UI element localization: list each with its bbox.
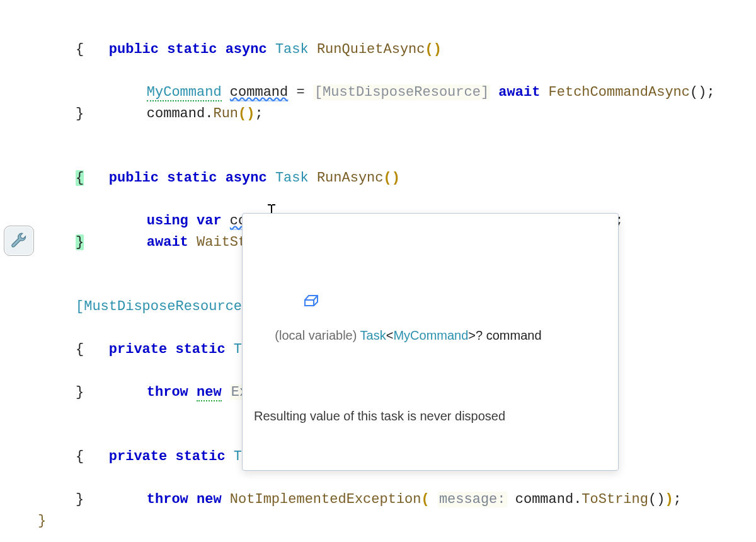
keyword-private: private bbox=[109, 342, 167, 357]
code-line[interactable]: } bbox=[76, 489, 84, 510]
keyword-new: new bbox=[197, 384, 222, 401]
open-brace-highlight: { bbox=[76, 170, 84, 186]
code-line[interactable]: } bbox=[38, 510, 46, 532]
open-brace: { bbox=[76, 42, 84, 57]
close-brace: } bbox=[76, 106, 84, 122]
code-line[interactable]: } bbox=[76, 232, 84, 253]
keyword-new: new bbox=[197, 492, 222, 507]
tooltip-type-mycommand: MyCommand bbox=[393, 328, 468, 342]
keyword-static: static bbox=[167, 42, 217, 57]
code-line[interactable]: await WaitSta bbox=[113, 210, 255, 275]
open-brace: { bbox=[76, 449, 84, 464]
method-tostring: ToString bbox=[581, 492, 648, 507]
paren-open: ( bbox=[421, 492, 430, 507]
tooltip-type-task: Task bbox=[360, 328, 386, 342]
type-notimplementedexception: NotImplementedException bbox=[230, 492, 421, 507]
paren-close: ) bbox=[665, 492, 673, 507]
keyword-async: async bbox=[226, 42, 267, 57]
local-variable-icon bbox=[275, 275, 291, 288]
code-line[interactable]: } bbox=[76, 103, 84, 125]
keyword-await: await bbox=[147, 234, 188, 250]
parens: () bbox=[425, 42, 442, 57]
close-brace-highlight: } bbox=[76, 234, 84, 250]
code-line[interactable]: throw new NotImplementedException( messa… bbox=[113, 468, 682, 532]
keyword-static: static bbox=[167, 170, 217, 186]
tooltip-variable-name: command bbox=[486, 328, 542, 342]
code-line[interactable]: { bbox=[76, 168, 84, 189]
code-line[interactable]: { bbox=[76, 339, 84, 360]
tooltip-warning-text: Resulting value of this task is never di… bbox=[254, 407, 607, 425]
code-line[interactable]: { bbox=[76, 446, 84, 468]
code-editor[interactable]: public static async Task RunQuietAsync()… bbox=[0, 0, 756, 542]
parens: () bbox=[384, 170, 400, 186]
variable-command: command bbox=[515, 492, 573, 507]
type-task: Task bbox=[275, 170, 309, 186]
code-line[interactable]: [MustDisposeResource] bbox=[76, 296, 250, 318]
method-name: Run bbox=[213, 106, 238, 122]
dot: . bbox=[573, 492, 581, 507]
semicolon: ; bbox=[255, 106, 263, 122]
annotation-mustdisposeresource: [MustDisposeResource] bbox=[313, 84, 490, 100]
parens-inner: () bbox=[648, 492, 665, 507]
keyword-throw: throw bbox=[147, 384, 188, 400]
keyword-private: private bbox=[109, 449, 167, 464]
code-line[interactable]: { bbox=[76, 39, 84, 61]
quickinfo-tooltip: (local variable) Task<MyCommand>? comman… bbox=[242, 213, 619, 471]
code-line[interactable]: } bbox=[76, 382, 84, 403]
type-task: Task bbox=[275, 42, 309, 57]
parens: () bbox=[690, 84, 706, 100]
quick-action-button[interactable] bbox=[4, 226, 34, 256]
close-brace: } bbox=[76, 384, 84, 400]
attribute-mustdisposeresource: [MustDisposeResource] bbox=[76, 299, 250, 314]
parens: () bbox=[238, 106, 255, 122]
open-brace: { bbox=[76, 342, 84, 357]
keyword-public: public bbox=[109, 170, 159, 186]
semicolon: ; bbox=[706, 84, 714, 100]
variable-command: command bbox=[147, 106, 205, 122]
keyword-await: await bbox=[498, 84, 540, 100]
close-brace: } bbox=[76, 492, 84, 507]
keyword-static: static bbox=[175, 449, 225, 464]
angle-close: > bbox=[468, 328, 476, 342]
nullable-mark: ? bbox=[476, 328, 483, 342]
close-brace: } bbox=[38, 513, 46, 529]
wrench-icon bbox=[10, 232, 28, 250]
method-name: RunAsync bbox=[317, 170, 384, 186]
tooltip-local-variable-label: (local variable) bbox=[275, 328, 360, 342]
keyword-throw: throw bbox=[147, 492, 188, 507]
method-name: RunQuietAsync bbox=[317, 42, 425, 57]
tooltip-header: (local variable) Task<MyCommand>? comman… bbox=[254, 258, 607, 362]
method-name: FetchCommandAsync bbox=[549, 84, 690, 100]
semicolon: ; bbox=[673, 492, 682, 507]
code-line[interactable]: command.Run(); bbox=[113, 82, 263, 146]
angle-open: < bbox=[386, 328, 394, 342]
keyword-public: public bbox=[109, 42, 159, 57]
equals: = bbox=[296, 84, 304, 100]
dot: . bbox=[205, 106, 213, 122]
keyword-static: static bbox=[175, 342, 225, 357]
keyword-async: async bbox=[226, 170, 267, 186]
hint-message: message: bbox=[438, 492, 507, 507]
